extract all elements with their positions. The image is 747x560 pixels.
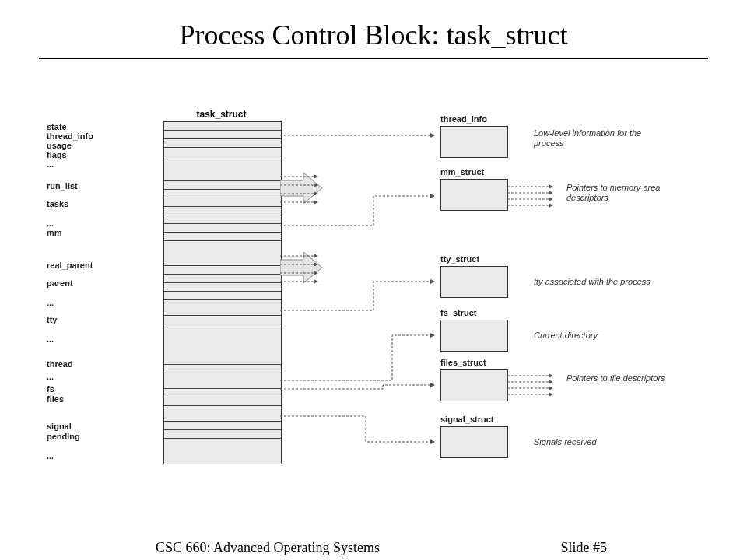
field-fs: fs — [47, 385, 54, 394]
field-mm: mm — [47, 229, 62, 238]
field-dots4: ... — [47, 335, 54, 345]
row-run-list-2 — [164, 190, 281, 198]
ext-box-tty — [440, 266, 508, 298]
row-gap6 — [164, 406, 281, 422]
row-tasks-1 — [164, 198, 281, 207]
ext-desc-signal: Signals received — [534, 437, 658, 447]
title-rule — [39, 58, 708, 59]
field-files: files — [47, 395, 64, 404]
row-files — [164, 397, 281, 406]
field-thread-info: thread_info — [47, 132, 93, 142]
row-signal — [164, 422, 281, 430]
row-gap4 — [164, 324, 281, 365]
field-state: state — [47, 123, 67, 132]
ext-label-mm: mm_struct — [440, 167, 484, 177]
row-gap1 — [164, 156, 281, 181]
block-arrow-icon — [280, 171, 323, 205]
row-gap5 — [164, 373, 281, 389]
row-pending — [164, 430, 281, 439]
row-mm-2 — [164, 233, 281, 241]
row-flags — [164, 148, 281, 156]
field-dots2: ... — [47, 219, 54, 229]
field-run-list: run_list — [47, 182, 78, 191]
row-thread-info — [164, 131, 281, 139]
row-parent-1 — [164, 283, 281, 292]
ext-desc-fs: Current directory — [534, 331, 658, 341]
ext-box-thread-info — [440, 126, 508, 158]
task-struct-box — [163, 121, 282, 464]
ext-desc-files: Pointers to file descriptors — [566, 373, 683, 383]
ext-label-signal: signal_struct — [440, 415, 493, 424]
ext-desc-mm: Pointers to memory area descriptors — [566, 183, 683, 202]
block-arrow-icon — [280, 250, 323, 285]
row-fs — [164, 389, 281, 397]
row-mm-1 — [164, 224, 281, 233]
ext-box-fs — [440, 320, 508, 352]
row-parent-2 — [164, 292, 281, 300]
ext-box-files — [440, 369, 508, 401]
row-usage — [164, 139, 281, 148]
row-gap3 — [164, 300, 281, 316]
row-real-parent-1 — [164, 266, 281, 275]
field-real-parent: real_parent — [47, 261, 93, 271]
field-parent: parent — [47, 279, 73, 289]
row-run-list-1 — [164, 181, 281, 190]
ext-box-signal — [440, 426, 508, 458]
field-dots6: ... — [47, 452, 54, 461]
row-gap2 — [164, 241, 281, 266]
diagram: task_struct state thread_info usage flag… — [47, 109, 700, 498]
ext-label-files: files_struct — [440, 358, 486, 367]
struct-title: task_struct — [173, 109, 270, 120]
row-dots2 — [164, 215, 281, 224]
field-tasks: tasks — [47, 200, 68, 209]
ext-box-mm — [440, 179, 508, 211]
footer-slide: Slide #5 — [560, 540, 607, 556]
ext-label-tty: tty_struct — [440, 254, 479, 264]
row-state — [164, 122, 281, 131]
field-pending: pending — [47, 432, 80, 442]
ext-desc-tty: tty associated with the process — [534, 277, 697, 287]
field-tty: tty — [47, 316, 57, 325]
page-title: Process Control Block: task_struct — [0, 0, 747, 51]
footer-course: CSC 660: Advanced Operating Systems — [156, 540, 380, 556]
row-real-parent-2 — [164, 275, 281, 283]
field-usage: usage — [47, 142, 72, 151]
row-gap7 — [164, 439, 281, 464]
row-thread — [164, 365, 281, 373]
field-thread: thread — [47, 360, 73, 369]
field-flags: flags — [47, 151, 67, 160]
field-signal: signal — [47, 422, 72, 432]
ext-desc-thread-info: Low-level information for the process — [534, 128, 658, 148]
ext-label-fs: fs_struct — [440, 308, 476, 317]
row-tty — [164, 316, 281, 324]
field-dots5: ... — [47, 373, 54, 382]
ext-label-thread-info: thread_info — [440, 114, 487, 124]
row-tasks-2 — [164, 207, 281, 215]
field-dots1: ... — [47, 160, 54, 170]
field-dots3: ... — [47, 299, 54, 308]
